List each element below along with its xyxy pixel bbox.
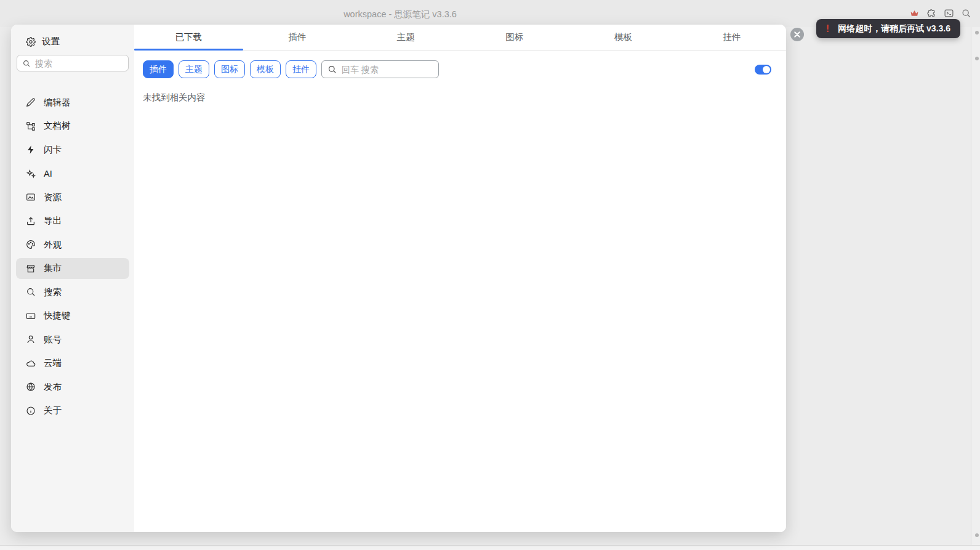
info-icon [26,406,36,416]
sidebar-item-ai[interactable]: AI [16,163,129,184]
dock-dot-icon [975,533,979,537]
sidebar-item-appearance[interactable]: 外观 [16,234,129,255]
sidebar-item-doc-tree[interactable]: 文档树 [16,116,129,137]
tab-templates[interactable]: 模板 [569,25,678,50]
tab-icons[interactable]: 图标 [460,25,569,50]
sidebar-item-editor[interactable]: 编辑器 [16,92,129,113]
sidebar-item-label: 文档树 [44,120,71,132]
filter-chip-icons[interactable]: 图标 [214,60,245,78]
store-icon [26,264,36,273]
sidebar-item-label: 导出 [44,215,62,227]
filter-chip-templates[interactable]: 模板 [250,60,281,78]
sidebar-item-label: 账号 [44,334,62,346]
sidebar-item-label: 资源 [44,192,62,203]
settings-search[interactable] [17,55,129,71]
sidebar-item-shortcuts[interactable]: 快捷键 [16,305,129,326]
doc-tree-icon [26,121,36,131]
marketplace-tabs: 已下载 插件 主题 图标 模板 挂件 [134,25,786,51]
sidebar-item-cloud[interactable]: 云端 [16,353,129,374]
user-icon [26,334,36,344]
filter-chip-themes[interactable]: 主题 [179,60,209,78]
upload-icon [26,216,36,226]
terminal-icon[interactable] [944,8,954,18]
settings-menu: 编辑器 文档树 闪卡 AI [11,92,134,421]
error-toast[interactable]: ! 网络超时，请稍后再试 v3.3.6 [816,19,960,38]
tab-themes[interactable]: 主题 [351,25,460,50]
sidebar-item-label: 搜索 [44,286,62,298]
search-icon [26,287,36,297]
status-bar [0,545,980,550]
keyboard-icon [26,311,36,321]
image-icon [26,192,36,202]
sidebar-item-search[interactable]: 搜索 [16,281,129,302]
sidebar-item-label: 编辑器 [44,97,71,108]
pencil-icon [26,97,36,107]
sparkles-icon [26,169,36,179]
sidebar-item-label: AI [44,169,52,179]
sidebar-item-flashcard[interactable]: 闪卡 [16,139,129,160]
sidebar-item-publish[interactable]: 发布 [16,376,129,397]
sidebar-item-label: 云端 [44,357,62,369]
cloud-icon [26,358,36,368]
sidebar-item-label: 闪卡 [44,144,62,156]
search-icon [327,65,337,74]
settings-header: 设置 [11,32,134,54]
empty-result-text: 未找到相关内容 [134,78,786,103]
globe-icon [26,382,36,392]
crown-icon[interactable] [909,8,920,18]
sidebar-item-export[interactable]: 导出 [16,211,129,232]
gear-icon [26,37,36,47]
settings-title: 设置 [42,36,60,47]
tab-downloaded[interactable]: 已下载 [134,25,243,50]
plugin-icon[interactable] [926,8,937,18]
filter-chip-plugins[interactable]: 插件 [143,60,174,78]
dock-dot-icon [975,31,979,34]
palette-icon [26,240,36,249]
toggle-knob [763,66,770,73]
close-icon [794,31,800,38]
sidebar-item-about[interactable]: 关于 [16,400,129,421]
sidebar-item-label: 外观 [44,239,62,251]
exclamation-icon: ! [826,23,829,34]
tab-plugins[interactable]: 插件 [243,25,352,50]
marketplace-toolbar: 插件 主题 图标 模板 挂件 [134,51,786,78]
filter-chip-widgets[interactable]: 挂件 [286,60,316,78]
sidebar-item-label: 快捷键 [44,310,71,322]
search-icon[interactable] [961,8,971,18]
marketplace-search[interactable] [321,60,439,78]
close-dialog-button[interactable] [790,28,804,41]
right-dock-rail [971,27,980,545]
titlebar-actions [909,8,971,18]
sidebar-item-label: 发布 [44,381,62,393]
search-icon [22,59,31,68]
settings-sidebar: 设置 编辑器 文档树 [11,25,134,532]
marketplace-toggle[interactable] [755,65,771,75]
tab-widgets[interactable]: 挂件 [678,25,787,50]
toast-message: 网络超时，请稍后再试 v3.3.6 [838,23,950,34]
marketplace-search-input[interactable] [342,65,433,75]
marketplace-panel: 已下载 插件 主题 图标 模板 挂件 插件 主题 图标 模板 挂件 [134,25,786,532]
sidebar-item-label: 关于 [44,405,62,416]
dock-dot-icon [975,57,979,60]
window-title: workspace - 思源笔记 v3.3.6 [343,9,457,20]
settings-dialog: 设置 编辑器 文档树 [11,25,786,532]
settings-search-input[interactable] [35,59,123,68]
lightning-icon [26,145,36,155]
sidebar-item-assets[interactable]: 资源 [16,187,129,208]
sidebar-item-label: 集市 [44,262,62,274]
sidebar-item-marketplace[interactable]: 集市 [16,258,129,279]
sidebar-item-account[interactable]: 账号 [16,329,129,350]
